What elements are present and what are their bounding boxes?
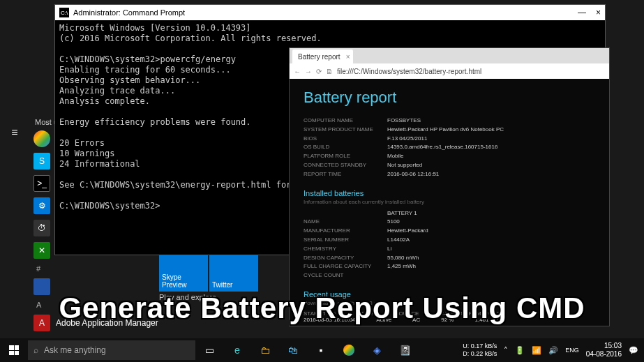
net-stats: U: 0.17 kB/s D: 0.22 kB/s	[463, 342, 497, 358]
skype-icon: S	[33, 153, 50, 169]
back-icon[interactable]: ←	[294, 68, 301, 75]
taskbar: ⌕ Ask me anything ▭ e 🗀 🛍 ▪ ◈ 📓 U: 0.17 …	[0, 338, 644, 362]
chrome-taskbar-icon[interactable]	[335, 338, 363, 362]
battery-icon[interactable]: 🔋	[515, 346, 525, 355]
xbox-icon: ✕	[33, 242, 50, 259]
language-indicator[interactable]: ENG	[565, 347, 579, 354]
search-icon: ⌕	[33, 345, 38, 355]
reload-icon[interactable]: ⟳	[316, 68, 322, 75]
chrome-icon	[33, 130, 50, 147]
app-icon: ⏱	[33, 220, 50, 236]
system-info: COMPUTER NAMEFOSSBYTES SYSTEM PRODUCT NA…	[304, 116, 595, 179]
vbox-icon[interactable]: ◈	[363, 338, 391, 362]
hamburger-icon[interactable]: ≡	[0, 118, 29, 147]
browser-tabstrip: Battery report ×	[290, 48, 609, 63]
browser-tab[interactable]: Battery report ×	[292, 50, 353, 63]
start-button[interactable]	[0, 338, 28, 362]
report-title: Battery report	[304, 89, 595, 107]
url-text: file:///C:/Windows/system32/battery-repo…	[337, 68, 481, 75]
cmd-titlebar[interactable]: C:\ Administrator: Command Prompt — ×	[55, 5, 605, 20]
window-controls: — ×	[578, 8, 601, 17]
browser-window: Battery report × ← → ⟳ 🗎 file:///C:/Wind…	[289, 47, 610, 326]
wifi-icon[interactable]: 📶	[532, 346, 541, 355]
address-bar[interactable]: ← → ⟳ 🗎 file:///C:/Windows/system32/batt…	[290, 63, 609, 79]
notifications-icon[interactable]: 💬	[629, 346, 638, 355]
explorer-icon[interactable]: 🗀	[251, 338, 279, 362]
windows-logo-icon	[9, 345, 19, 355]
clock[interactable]: 15:03 04-08-2016	[586, 342, 622, 359]
forward-icon[interactable]: →	[305, 68, 312, 75]
gear-icon: ⚙	[33, 197, 50, 214]
search-placeholder: Ask me anything	[44, 345, 106, 355]
cmd-title-text: Administrator: Command Prompt	[73, 8, 185, 17]
installed-batteries: Installed batteries Information about ea…	[304, 189, 595, 280]
store-icon[interactable]: 🛍	[279, 338, 307, 362]
tab-close-icon[interactable]: ×	[346, 53, 350, 61]
minimize-button[interactable]: —	[578, 8, 586, 17]
cmd-title-icon: C:\	[59, 8, 69, 17]
notepad-icon[interactable]: 📓	[391, 338, 419, 362]
taskbar-apps: ▭ e 🗀 🛍 ▪ ◈ 📓	[195, 338, 419, 362]
close-button[interactable]: ×	[596, 8, 601, 17]
search-box[interactable]: ⌕ Ask me anything	[28, 340, 195, 360]
overlay-caption: Generate Battery Report Using CMD	[0, 292, 644, 325]
chevron-up-icon[interactable]: ˄	[504, 346, 508, 355]
system-tray: U: 0.17 kB/s D: 0.22 kB/s ˄ 🔋 📶 🔊 ENG 15…	[463, 342, 644, 359]
file-icon: 🗎	[326, 68, 333, 75]
edge-icon[interactable]: e	[223, 338, 251, 362]
cmd-icon: >_	[33, 175, 50, 192]
task-view-icon[interactable]: ▭	[195, 338, 223, 362]
volume-icon[interactable]: 🔊	[548, 346, 558, 355]
cmd-taskbar-icon[interactable]: ▪	[307, 338, 335, 362]
